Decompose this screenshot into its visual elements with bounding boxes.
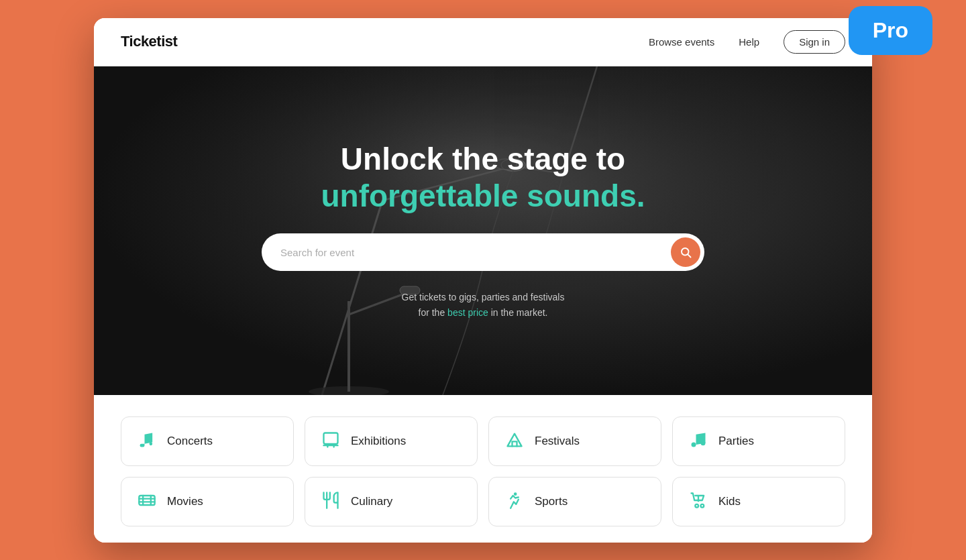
svg-point-19 bbox=[514, 492, 517, 496]
nav-links: Browse events Help Sign in bbox=[649, 30, 845, 54]
category-card-kids[interactable]: Kids bbox=[672, 477, 845, 526]
hero-subtitle-line2-post: in the market. bbox=[488, 307, 548, 318]
category-card-festivals[interactable]: Festivals bbox=[488, 416, 661, 466]
exhibitions-label: Exhibitions bbox=[351, 435, 406, 448]
app-wrapper: Pro Ticketist Browse events Help Sign in bbox=[94, 18, 872, 543]
svg-rect-18 bbox=[139, 496, 154, 505]
hero-section: Unlock the stage to unforgettable sounds… bbox=[94, 66, 872, 395]
sports-label: Sports bbox=[535, 495, 568, 508]
svg-point-21 bbox=[701, 504, 704, 507]
categories-section: Concerts Exhibitions bbox=[94, 395, 872, 543]
hero-subtitle-line1: Get tickets to gigs, parties and festiva… bbox=[402, 292, 565, 302]
running-icon bbox=[505, 491, 524, 512]
search-input[interactable] bbox=[262, 233, 704, 271]
search-button[interactable] bbox=[671, 237, 700, 267]
concerts-label: Concerts bbox=[167, 435, 213, 448]
category-card-sports[interactable]: Sports bbox=[488, 477, 661, 526]
category-card-exhibitions[interactable]: Exhibitions bbox=[305, 416, 478, 466]
kids-label: Kids bbox=[718, 495, 741, 508]
svg-line-13 bbox=[688, 255, 690, 258]
film-icon bbox=[138, 491, 156, 512]
music-note2-icon bbox=[689, 431, 708, 452]
pro-badge-label: Pro bbox=[873, 18, 908, 42]
hero-title: Unlock the stage to unforgettable sounds… bbox=[321, 141, 645, 215]
category-card-movies[interactable]: Movies bbox=[121, 477, 294, 526]
svg-point-17 bbox=[701, 441, 706, 445]
navbar: Ticketist Browse events Help Sign in bbox=[94, 18, 872, 66]
fork-icon bbox=[321, 491, 340, 512]
culinary-label: Culinary bbox=[351, 495, 392, 508]
app-container: Ticketist Browse events Help Sign in bbox=[94, 18, 872, 543]
stroller-icon bbox=[689, 491, 708, 512]
hero-content: Unlock the stage to unforgettable sounds… bbox=[262, 141, 704, 320]
categories-grid: Concerts Exhibitions bbox=[121, 416, 845, 526]
svg-point-20 bbox=[695, 504, 698, 507]
music-note-icon bbox=[138, 431, 156, 452]
search-bar-container bbox=[262, 233, 704, 271]
logo: Ticketist bbox=[121, 33, 177, 50]
hero-subtitle-line2-pre: for the bbox=[419, 307, 448, 318]
svg-point-16 bbox=[692, 442, 696, 447]
category-card-concerts[interactable]: Concerts bbox=[121, 416, 294, 466]
hero-subtitle: Get tickets to gigs, parties and festiva… bbox=[402, 290, 565, 320]
pro-badge: Pro bbox=[849, 6, 932, 55]
nav-help[interactable]: Help bbox=[739, 36, 759, 48]
parties-label: Parties bbox=[718, 435, 754, 448]
svg-point-14 bbox=[150, 442, 153, 445]
hero-subtitle-highlight: best price bbox=[447, 307, 488, 318]
category-card-parties[interactable]: Parties bbox=[672, 416, 845, 466]
category-card-culinary[interactable]: Culinary bbox=[305, 477, 478, 526]
festivals-label: Festivals bbox=[535, 435, 580, 448]
search-icon bbox=[680, 246, 692, 258]
nav-browse-events[interactable]: Browse events bbox=[649, 36, 714, 48]
hero-title-line2: unforgettable sounds. bbox=[321, 178, 645, 215]
movies-label: Movies bbox=[167, 495, 203, 508]
signin-button[interactable]: Sign in bbox=[784, 30, 845, 54]
image-frame-icon bbox=[321, 431, 340, 452]
hero-title-line1: Unlock the stage to bbox=[321, 141, 645, 178]
svg-rect-15 bbox=[324, 433, 338, 443]
tent-icon bbox=[505, 431, 524, 452]
